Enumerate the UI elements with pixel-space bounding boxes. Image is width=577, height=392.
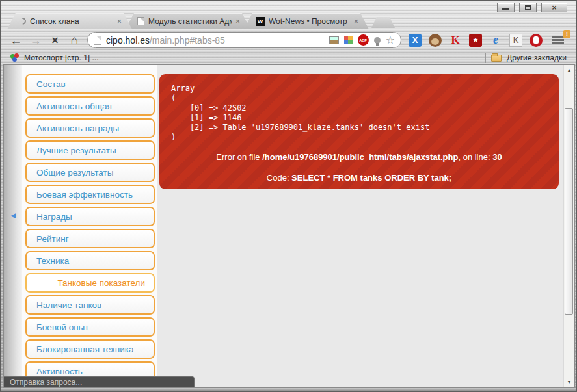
sidebar-item-sostav[interactable]: Состав xyxy=(25,74,155,94)
tab-strip: Список клана × Модуль статистики Адми × … xyxy=(7,12,395,29)
bookmarks-bar: Мотоспорт [стр. 1] ... Другие закладки xyxy=(4,51,573,65)
bookmark-favicon xyxy=(10,53,20,62)
close-icon: × xyxy=(552,3,556,12)
sidebar-item-luchshie-rezultaty[interactable]: Лучшие результаты xyxy=(25,140,155,160)
sidebar-item-aktivnost-nagrady[interactable]: Активность награды xyxy=(25,118,155,138)
sql-error-panel: Array ( [0] => 42S02 [1] => 1146 [2] => … xyxy=(159,74,559,189)
vertical-scrollbar[interactable]: ▲ ▼ xyxy=(563,65,574,387)
wot-news-icon: W xyxy=(256,17,265,26)
url-text: cipo.hol.es/main.php#tabs-85 xyxy=(106,35,225,46)
stop-hand-extension-icon[interactable] xyxy=(530,34,543,47)
scroll-up-icon[interactable]: ▲ xyxy=(564,65,574,75)
kaspersky-icon[interactable]: K xyxy=(449,34,462,47)
error-file-path: /home/u197689901/public_html/tabs/ajaxst… xyxy=(262,152,458,162)
other-bookmarks-label: Другие закладки xyxy=(507,53,567,62)
sidebar-item-reyting[interactable]: Рейтинг xyxy=(25,229,155,248)
sidebar-menu: Состав Активность общая Активность награ… xyxy=(25,74,155,384)
sidebar-item-obshchie-rezultaty[interactable]: Общие результаты xyxy=(25,163,155,182)
scrollbar-thumb[interactable] xyxy=(565,108,573,315)
tab-title: Wot-News • Просмотр те xyxy=(269,17,350,26)
sidebar-item-boevaya-effektivnost[interactable]: Боевая эффективность xyxy=(25,185,155,204)
sidebar-item-nagrady[interactable]: Награды xyxy=(25,207,155,226)
bookmark-item[interactable]: Мотоспорт [стр. 1] ... xyxy=(24,53,99,62)
navigation-toolbar: ← → × ⌂ cipo.hol.es/main.php#tabs-85 ABP… xyxy=(4,29,573,51)
window-controls: × xyxy=(497,3,567,12)
bookmark-star-icon[interactable]: ☆ xyxy=(386,36,395,45)
sidebar-item-nalichie-tankov[interactable]: Наличие танков xyxy=(25,295,155,315)
image-preview-icon[interactable] xyxy=(329,36,339,44)
stop-button[interactable]: × xyxy=(48,34,62,47)
folder-icon xyxy=(491,55,502,62)
sql-query: SELECT * FROM tanks ORDER BY tank; xyxy=(291,173,451,183)
red-asterisk-extension-icon[interactable]: * xyxy=(469,34,482,47)
color-palette-icon[interactable] xyxy=(344,36,353,44)
monkey-extension-icon[interactable] xyxy=(429,34,442,47)
error-line-number: 30 xyxy=(492,152,502,162)
home-button[interactable]: ⌂ xyxy=(68,34,81,47)
page-icon xyxy=(137,17,144,25)
minimize-icon xyxy=(502,8,509,10)
tab-title: Модуль статистики Адми xyxy=(148,17,232,26)
status-bar: Отправка запроса... xyxy=(4,376,195,387)
tab-close-icon[interactable]: × xyxy=(235,17,240,26)
back-button[interactable]: ← xyxy=(9,34,23,47)
error-file-line: Error on file /home/u197689901/public_ht… xyxy=(171,152,547,162)
page-left-gutter xyxy=(4,65,22,387)
sidebar-item-tekhnika[interactable]: Техника xyxy=(25,251,155,270)
close-button[interactable]: × xyxy=(541,3,567,12)
scrollbar-grip xyxy=(567,209,570,214)
address-bar-icons: ABP ☆ xyxy=(329,34,395,46)
error-code-line: Code: SELECT * FROM tanks ORDER BY tank; xyxy=(171,173,547,183)
other-bookmarks[interactable]: Другие закладки xyxy=(485,53,567,63)
loading-spinner-icon xyxy=(18,16,27,26)
restore-button[interactable] xyxy=(519,3,537,12)
extension-icons-row: X K * e K ! xyxy=(409,34,568,47)
tab-clan-list[interactable]: Список клана × xyxy=(7,13,132,29)
sidebar-item-blokirovannaya-tekhnika[interactable]: Блокированная техника xyxy=(25,339,155,359)
adblock-icon[interactable]: ABP xyxy=(358,34,369,46)
sidebar-item-boevoy-opyt[interactable]: Боевой опыт xyxy=(25,317,155,337)
bookmarks-separator xyxy=(485,53,486,63)
new-tab-button[interactable] xyxy=(371,17,395,28)
tab-close-icon[interactable]: × xyxy=(117,17,122,26)
minimize-button[interactable] xyxy=(497,3,515,12)
forward-button[interactable]: → xyxy=(29,34,42,47)
k-extension-icon[interactable]: K xyxy=(509,34,522,47)
browser-window: × Список клана × Модуль статистики Адми … xyxy=(0,0,577,392)
restore-icon xyxy=(525,5,531,10)
php-array-dump: Array ( [0] => 42S02 [1] => 1146 [2] => … xyxy=(171,84,547,142)
url-path: /main.php#tabs-85 xyxy=(150,35,225,46)
sidebar-item-aktivnost-obshchaya[interactable]: Активность общая xyxy=(25,96,155,116)
page-content: ◀ Состав Активность общая Активность наг… xyxy=(4,65,574,387)
browser-menu-button[interactable]: ! xyxy=(552,34,568,47)
sidebar-item-tankovye-pokazateli[interactable]: Танковые показатели xyxy=(25,273,155,293)
address-bar[interactable]: cipo.hol.es/main.php#tabs-85 ABP ☆ xyxy=(87,32,401,48)
tab-wot-news[interactable]: W Wot-News • Просмотр те × xyxy=(244,13,369,29)
tab-title: Список клана xyxy=(30,17,113,26)
tab-close-icon[interactable]: × xyxy=(354,17,358,26)
scroll-down-icon[interactable]: ▼ xyxy=(564,377,574,387)
menu-alert-badge: ! xyxy=(563,30,570,38)
internet-explorer-icon[interactable]: e xyxy=(489,34,502,47)
tab-stats-module[interactable]: Модуль статистики Адми × xyxy=(126,13,250,29)
url-domain: cipo.hol.es xyxy=(106,35,150,46)
lightbulb-icon[interactable] xyxy=(374,37,381,44)
blue-extension-icon[interactable]: X xyxy=(409,34,422,47)
site-page-icon[interactable] xyxy=(94,36,101,45)
sidebar-collapse-icon[interactable]: ◀ xyxy=(10,212,16,219)
